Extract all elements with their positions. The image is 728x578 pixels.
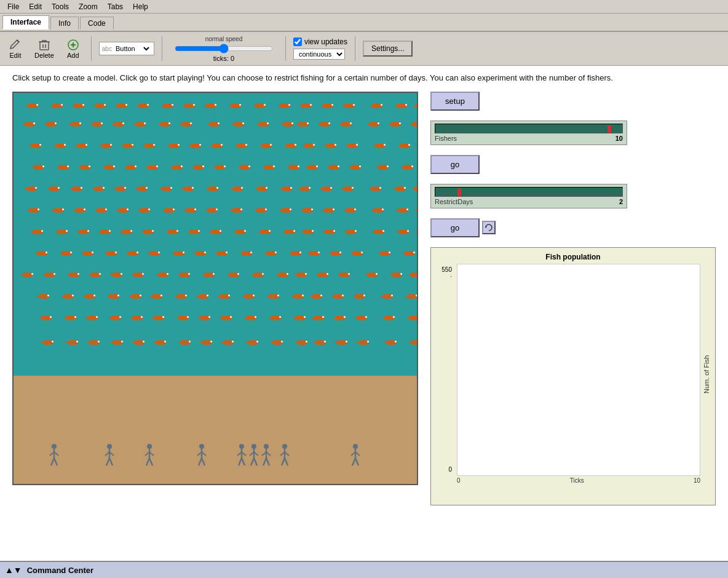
fish (32, 164, 46, 172)
fish (220, 314, 233, 323)
fishers-slider-track[interactable] (435, 124, 623, 133)
fish (230, 207, 243, 215)
tab-code[interactable]: Code (80, 17, 114, 30)
fish (53, 142, 67, 151)
fish (234, 228, 247, 237)
fish (346, 142, 359, 151)
sep1 (91, 36, 92, 61)
fish (154, 339, 167, 347)
fish (314, 339, 327, 347)
fish (344, 228, 358, 237)
fish (218, 293, 231, 301)
fish (61, 293, 75, 301)
fish (156, 271, 170, 280)
main-content: Click setup to create a model. Click go … (0, 66, 728, 578)
menu-help[interactable]: Help (128, 1, 153, 12)
widget-select[interactable]: Button Slider Switch Chooser (113, 44, 151, 53)
fish (283, 228, 296, 237)
loop-icon[interactable] (482, 221, 496, 234)
fish (207, 121, 221, 129)
fishers-value: 10 (615, 135, 623, 142)
ocean (14, 93, 417, 376)
fisher-person (235, 443, 248, 471)
restrict-days-label: RestrictDays (435, 198, 473, 205)
speed-control: normal speed ticks: 0 (175, 36, 273, 62)
content-wrapper: Click setup to create a model. Click go … (0, 66, 728, 578)
restrict-days-slider-thumb[interactable] (457, 189, 461, 196)
delete-button[interactable]: Delete (31, 37, 58, 60)
chart-x-title: Ticks (570, 477, 584, 484)
fish (316, 271, 330, 280)
fish (327, 164, 341, 172)
fish (242, 293, 256, 301)
fish (66, 339, 79, 347)
fish (109, 314, 122, 323)
sep2 (162, 36, 162, 61)
view-updates-label: view updates (304, 38, 347, 46)
fish (267, 293, 280, 301)
fish (215, 250, 229, 258)
chart-inner: 0 Ticks 10 (457, 264, 700, 485)
fish (381, 293, 394, 301)
fish (301, 228, 315, 237)
fish (67, 271, 81, 280)
menu-edit[interactable]: Edit (24, 1, 47, 12)
fish (415, 228, 417, 237)
person-icon (143, 443, 156, 467)
tab-interface[interactable]: Interface (2, 15, 49, 30)
fish (121, 142, 135, 151)
fish (87, 339, 101, 347)
fish (85, 314, 99, 323)
fish (213, 164, 227, 172)
restrict-days-slider-track[interactable] (435, 187, 623, 197)
add-button[interactable]: Add (63, 37, 84, 60)
fish (269, 314, 282, 323)
fish (376, 164, 390, 172)
fish (263, 164, 276, 172)
svg-line-7 (54, 458, 57, 465)
fish (98, 228, 112, 237)
fish (338, 271, 351, 280)
go-button[interactable]: go (430, 155, 480, 174)
fishers-slider-thumb[interactable] (607, 125, 611, 133)
fish (83, 293, 97, 301)
fish (293, 314, 307, 323)
fish (408, 271, 417, 280)
go-loop-button[interactable]: go (430, 218, 480, 237)
tab-info[interactable]: Info (50, 17, 79, 30)
restrict-days-value: 2 (619, 198, 623, 205)
fish (295, 271, 308, 280)
speed-slider[interactable] (175, 44, 273, 53)
menu-tabs[interactable]: Tabs (103, 1, 128, 12)
fish (403, 250, 416, 258)
svg-point-14 (147, 444, 152, 449)
fish (295, 339, 309, 347)
widget-type-dropdown[interactable]: abc Button Slider Switch Chooser (99, 42, 154, 55)
fish (75, 142, 89, 151)
fish (146, 164, 159, 172)
edit-button[interactable]: Edit (5, 37, 26, 60)
fish (114, 185, 127, 194)
setup-button[interactable]: setup (430, 92, 480, 111)
fish (196, 293, 210, 301)
fish (289, 250, 303, 258)
menu-tools[interactable]: Tools (47, 1, 74, 12)
fish (184, 207, 197, 215)
menu-file[interactable]: File (2, 1, 24, 12)
fish (167, 142, 181, 151)
fish (135, 185, 149, 194)
fish (409, 339, 417, 347)
fish (255, 207, 268, 215)
fish (25, 185, 38, 194)
menu-zoom[interactable]: Zoom (74, 1, 103, 12)
fish (166, 228, 180, 237)
fish (335, 339, 349, 347)
fish (407, 314, 417, 323)
fish (60, 250, 73, 258)
fish (276, 271, 290, 280)
fish (369, 185, 382, 194)
view-updates-checkbox[interactable] (293, 38, 302, 46)
settings-button[interactable]: Settings... (363, 41, 413, 57)
continuous-select[interactable]: continuous on ticks never (293, 49, 345, 60)
fish (70, 185, 84, 194)
